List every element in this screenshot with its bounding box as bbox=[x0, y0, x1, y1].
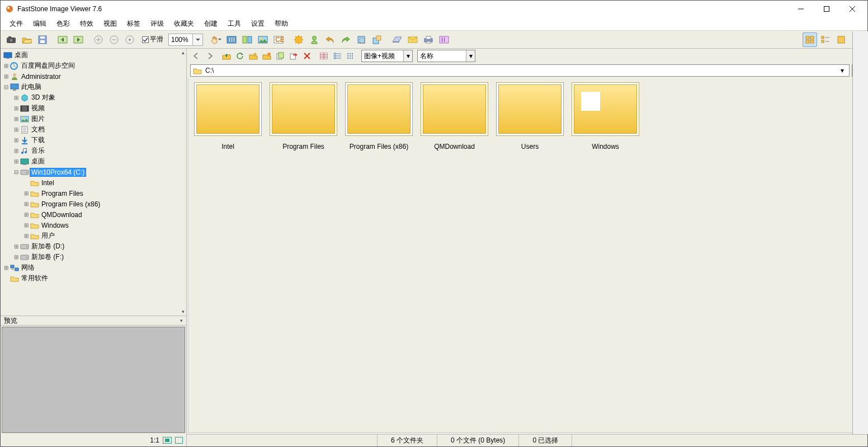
next-image-button[interactable] bbox=[71, 32, 86, 47]
smooth-toggle[interactable]: 平滑 bbox=[138, 32, 167, 47]
minimize-button[interactable] bbox=[788, 1, 814, 17]
maximize-button[interactable] bbox=[814, 1, 839, 17]
expand-icon[interactable]: ⊞ bbox=[13, 126, 20, 133]
view-thumbnails-button[interactable] bbox=[803, 32, 817, 47]
close-button[interactable] bbox=[839, 1, 865, 17]
menu-view[interactable]: 视图 bbox=[99, 18, 121, 30]
slideshow-button[interactable] bbox=[224, 32, 239, 47]
menu-file[interactable]: 文件 bbox=[5, 18, 27, 30]
save-button[interactable] bbox=[35, 32, 50, 47]
tree-item[interactable]: ⊞Program Files (x86) bbox=[1, 199, 180, 209]
menu-color[interactable]: 色彩 bbox=[52, 18, 74, 30]
tree-item[interactable]: ⊞桌面 bbox=[1, 156, 180, 167]
view-list-icon[interactable] bbox=[331, 50, 343, 62]
expand-icon[interactable]: ⊞ bbox=[23, 222, 30, 228]
menu-settings[interactable]: 设置 bbox=[247, 18, 269, 30]
expand-icon[interactable]: ⊞ bbox=[13, 243, 20, 250]
sort-combo[interactable]: 名称▾ bbox=[417, 50, 475, 62]
tree-item[interactable]: ⊞Administrator bbox=[1, 71, 180, 82]
folder-thumbnail[interactable]: Users bbox=[494, 82, 566, 154]
nav-back-button[interactable] bbox=[190, 50, 202, 62]
expand-icon[interactable]: ⊞ bbox=[3, 63, 10, 69]
zoom-dropdown[interactable] bbox=[193, 34, 203, 46]
tree-item[interactable]: ⊞Windows bbox=[1, 220, 180, 230]
expand-icon[interactable]: ⊞ bbox=[13, 116, 20, 122]
tree-item[interactable]: ⊞新加卷 (F:) bbox=[1, 252, 180, 262]
expand-icon[interactable]: ⊞ bbox=[23, 211, 30, 218]
expand-icon[interactable]: ⊟ bbox=[13, 169, 20, 175]
nav-newfolder-button[interactable] bbox=[261, 50, 273, 62]
folder-thumbnail[interactable]: QMDownload bbox=[418, 82, 490, 154]
nav-forward-button[interactable] bbox=[204, 50, 216, 62]
scroll-down-icon[interactable]: ▾ bbox=[180, 308, 186, 316]
nav-copy-button[interactable] bbox=[274, 50, 286, 62]
expand-icon[interactable]: ⊞ bbox=[13, 158, 20, 164]
acquire-button[interactable] bbox=[4, 32, 18, 47]
tree-item[interactable]: Intel bbox=[1, 177, 180, 188]
expand-icon[interactable]: ⊞ bbox=[13, 105, 20, 111]
open-button[interactable] bbox=[20, 32, 34, 47]
expand-icon[interactable]: ⊞ bbox=[13, 95, 20, 101]
folder-thumbnail[interactable]: Intel bbox=[192, 82, 264, 154]
wallpaper-button[interactable] bbox=[256, 32, 270, 47]
tree-item[interactable]: ⊟此电脑 bbox=[1, 82, 180, 92]
resize-button[interactable] bbox=[370, 32, 384, 47]
zoom-combo[interactable] bbox=[168, 34, 203, 46]
menu-tags[interactable]: 标签 bbox=[122, 18, 145, 30]
tree-item[interactable]: ⊞网络 bbox=[1, 262, 180, 273]
menu-favorites[interactable]: 收藏夹 bbox=[169, 18, 199, 30]
folder-thumbnail[interactable]: Program Files (x86) bbox=[343, 82, 415, 154]
settings-button[interactable] bbox=[291, 32, 306, 47]
tree-root[interactable]: 桌面 bbox=[1, 50, 180, 60]
menu-tools[interactable]: 工具 bbox=[223, 18, 246, 30]
chevron-down-icon[interactable]: ▾ bbox=[403, 50, 412, 62]
expand-icon[interactable]: ⊞ bbox=[13, 148, 20, 154]
tree-item[interactable]: ⊞QMDownload bbox=[1, 209, 180, 220]
zoom-in-button[interactable] bbox=[91, 32, 106, 47]
contact-sheet-button[interactable]: CB bbox=[271, 32, 286, 47]
tree-item[interactable]: ⊞3D 对象 bbox=[1, 92, 180, 103]
zoom-actual-button[interactable] bbox=[122, 32, 137, 47]
nav-delete-button[interactable] bbox=[301, 50, 313, 62]
expand-icon[interactable]: ⊟ bbox=[3, 84, 10, 90]
nav-favorites-button[interactable] bbox=[247, 50, 260, 62]
menu-effects[interactable]: 特效 bbox=[76, 18, 98, 30]
expand-icon[interactable]: ⊞ bbox=[3, 265, 10, 271]
nav-move-button[interactable] bbox=[287, 50, 300, 62]
fit-icon[interactable] bbox=[163, 437, 172, 444]
tree-item[interactable]: ⊞百度网盘同步空间 bbox=[1, 60, 180, 71]
tree-item[interactable]: ⊞音乐 bbox=[1, 145, 180, 156]
zoom-out-button[interactable] bbox=[107, 32, 121, 47]
email-button[interactable] bbox=[405, 32, 420, 47]
tree-item[interactable]: ⊞图片 bbox=[1, 114, 180, 124]
view-details-button[interactable] bbox=[818, 32, 833, 47]
view-small-icon[interactable] bbox=[345, 50, 357, 62]
expand-icon[interactable]: ⊞ bbox=[13, 137, 20, 143]
expand-icon[interactable]: ⊞ bbox=[23, 233, 30, 239]
path-input[interactable]: C:\ ▾ bbox=[190, 64, 850, 77]
nav-refresh-button[interactable] bbox=[234, 50, 246, 62]
tree-item[interactable]: ⊟Win10Prox64 (C:) bbox=[1, 167, 180, 177]
view-grid-icon[interactable] bbox=[318, 50, 330, 62]
expand-icon[interactable]: ⊞ bbox=[3, 73, 10, 79]
menu-help[interactable]: 帮助 bbox=[270, 18, 293, 30]
fullscreen-icon[interactable] bbox=[175, 437, 183, 444]
hand-tool-button[interactable] bbox=[209, 32, 223, 47]
nav-up-button[interactable] bbox=[220, 50, 233, 62]
folder-tree[interactable]: 桌面⊞百度网盘同步空间⊞Administrator⊟此电脑⊞3D 对象⊞视频⊞图… bbox=[1, 49, 180, 316]
tree-item[interactable]: ⊞新加卷 (D:) bbox=[1, 241, 180, 252]
right-side-panel[interactable] bbox=[852, 31, 868, 434]
filter-combo[interactable]: 图像+视频▾ bbox=[361, 50, 413, 62]
skin-button[interactable] bbox=[307, 32, 322, 47]
menu-edit[interactable]: 编辑 bbox=[29, 18, 51, 30]
menu-rating[interactable]: 评级 bbox=[146, 18, 168, 30]
preview-header[interactable]: 预览 ▾ bbox=[1, 316, 186, 326]
undo-button[interactable] bbox=[323, 32, 337, 47]
tree-item[interactable]: ⊞用户 bbox=[1, 230, 180, 241]
tree-item[interactable]: ⊞视频 bbox=[1, 103, 180, 114]
menu-create[interactable]: 创建 bbox=[200, 18, 222, 30]
view-single-button[interactable] bbox=[834, 32, 848, 47]
chevron-down-icon[interactable]: ▾ bbox=[838, 67, 847, 74]
compare-button[interactable] bbox=[240, 32, 254, 47]
tree-item[interactable]: ⊞下载 bbox=[1, 135, 180, 145]
